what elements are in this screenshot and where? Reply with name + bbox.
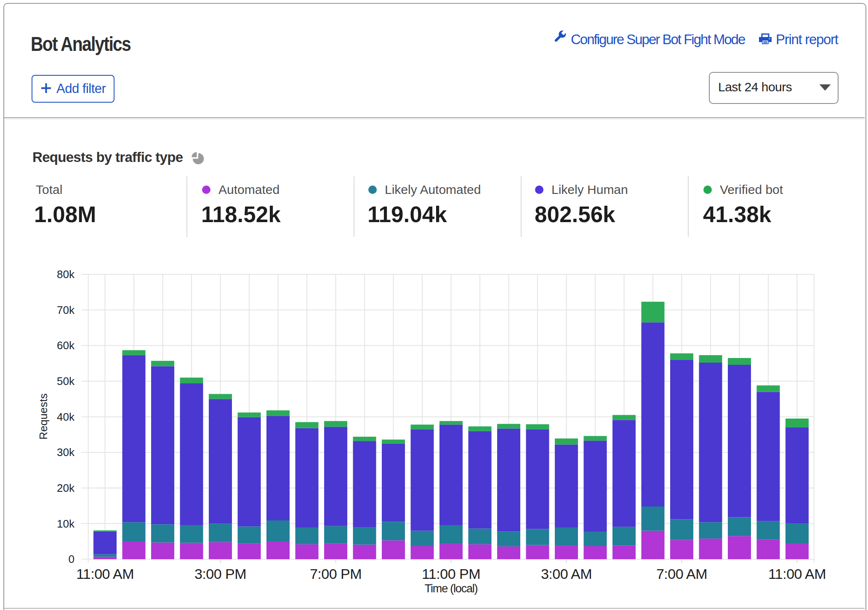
svg-text:11:00 AM: 11:00 AM bbox=[76, 566, 134, 582]
svg-text:50k: 50k bbox=[57, 375, 75, 387]
svg-text:40k: 40k bbox=[57, 411, 75, 423]
svg-text:30k: 30k bbox=[57, 446, 75, 459]
svg-text:0: 0 bbox=[69, 553, 75, 565]
svg-text:70k: 70k bbox=[57, 304, 75, 316]
svg-text:80k: 80k bbox=[57, 268, 75, 281]
svg-text:3:00 PM: 3:00 PM bbox=[194, 566, 246, 582]
svg-text:60k: 60k bbox=[57, 339, 75, 352]
svg-text:7:00 AM: 7:00 AM bbox=[656, 566, 707, 582]
svg-text:Requests: Requests bbox=[37, 393, 50, 440]
svg-text:7:00 PM: 7:00 PM bbox=[310, 566, 362, 582]
svg-text:11:00 PM: 11:00 PM bbox=[422, 566, 480, 582]
svg-text:Time (local): Time (local) bbox=[425, 582, 478, 595]
svg-text:20k: 20k bbox=[57, 482, 75, 494]
svg-text:11:00 AM: 11:00 AM bbox=[768, 566, 826, 582]
svg-text:3:00 AM: 3:00 AM bbox=[541, 566, 592, 582]
svg-text:10k: 10k bbox=[57, 517, 75, 530]
